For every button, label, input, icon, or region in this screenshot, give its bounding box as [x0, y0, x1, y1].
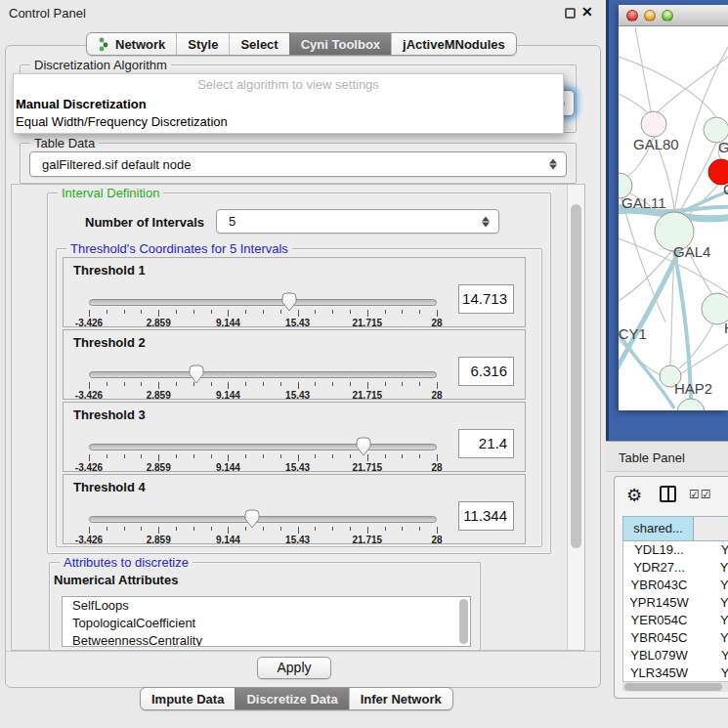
attribute-item[interactable]: SelfLoops — [63, 597, 470, 615]
close-icon[interactable]: ✕ — [581, 4, 593, 20]
mac-close-button[interactable] — [626, 10, 638, 21]
combo-stepper-icon — [482, 216, 490, 227]
minor-tick — [245, 382, 246, 386]
tick-label: 2.859 — [147, 390, 171, 401]
algorithm-option-manual[interactable]: Manual Discretization — [14, 96, 563, 113]
vertical-scrollbar[interactable] — [567, 185, 584, 650]
table-row[interactable]: YBL079WYBL0 — [623, 647, 728, 664]
threshold-value-field[interactable]: 14.713 — [458, 284, 514, 314]
major-tick — [228, 310, 229, 317]
column-header-name[interactable]: na — [694, 517, 728, 540]
major-tick — [228, 382, 229, 389]
vertical-scrollbar-thumb[interactable] — [571, 204, 581, 548]
threshold-slider[interactable]: -3.4262.8599.14415.4321.71528 — [89, 258, 437, 328]
major-tick — [158, 310, 159, 317]
minor-tick — [419, 454, 420, 458]
control-panel: Control Panel ✕ NetworkStyleSelectCyni T… — [0, 0, 606, 728]
slider-ticks — [89, 454, 437, 462]
gear-icon[interactable]: ⚙ — [626, 485, 642, 506]
tab-style[interactable]: Style — [176, 33, 229, 55]
numerical-attributes-list[interactable]: SelfLoopsTopologicalCoefficientBetweenne… — [62, 596, 471, 647]
node-label: HAP2 — [674, 380, 712, 397]
slider-handle[interactable] — [189, 364, 204, 384]
table-panel-body: ⚙ ☑☑ shared... na YDL19...YDL1YDR27...YD… — [614, 476, 728, 699]
network-window-titlebar[interactable] — [619, 5, 728, 26]
select-columns-icon[interactable]: ☑☑ — [689, 488, 712, 501]
threshold-slider[interactable]: -3.4262.8599.14415.4321.71528 — [89, 330, 437, 401]
attributes-scrollbar-thumb[interactable] — [459, 599, 468, 644]
slider-track[interactable] — [89, 371, 437, 378]
threshold-slider[interactable]: -3.4262.8599.14415.4321.71528 — [89, 475, 437, 545]
table-row[interactable]: YDR27...YDR2 — [623, 559, 728, 577]
major-tick — [89, 454, 90, 461]
table-row[interactable]: YDL19...YDL1 — [623, 541, 728, 559]
minor-tick — [124, 382, 125, 386]
table-row[interactable]: YBR045CYBR0 — [623, 629, 728, 647]
major-tick — [298, 382, 299, 389]
threshold-panel: Threshold 4 -3.4262.8599.14415.4321.7152… — [63, 474, 526, 544]
major-tick — [298, 454, 299, 461]
minor-tick — [402, 527, 403, 531]
table-data-combo-value: galFiltered.sif default node — [42, 157, 191, 172]
table-row[interactable]: YLR345WYLR3 — [623, 664, 728, 682]
tab-discretize-data[interactable]: Discretize Data — [235, 688, 348, 709]
minor-tick — [211, 454, 212, 458]
minor-tick — [385, 527, 386, 531]
column-header-shared-name[interactable]: shared... — [623, 517, 694, 540]
tab-impute-data[interactable]: Impute Data — [141, 688, 235, 709]
tab-select[interactable]: Select — [229, 33, 288, 55]
table-header-row: shared... na — [622, 516, 728, 541]
tick-label: 15.43 — [285, 318, 310, 328]
minor-tick — [315, 382, 316, 386]
network-canvas[interactable]: GAL80 GA C GAL11 GAL4 GCY1 H HAP2 — [619, 27, 728, 410]
minor-tick — [193, 527, 194, 531]
threshold-value-field[interactable]: 6.316 — [458, 357, 514, 386]
major-tick — [437, 382, 438, 389]
threshold-slider[interactable]: -3.4262.8599.14415.4321.71528 — [89, 403, 437, 473]
float-window-icon[interactable] — [565, 8, 576, 19]
tab-jactivemnodules[interactable]: jActiveMNodules — [391, 33, 516, 55]
slider-handle[interactable] — [244, 509, 260, 529]
horizontal-scrollbar-thumb[interactable] — [624, 683, 722, 691]
algorithm-option-equal-width[interactable]: Equal Width/Frequency Discretization — [14, 113, 563, 131]
minor-tick — [176, 382, 177, 386]
table-row[interactable]: YER054CYER0 — [623, 612, 728, 629]
tab-network[interactable]: Network — [87, 33, 176, 55]
table-cell: YER054C — [623, 612, 695, 629]
number-of-intervals-combo[interactable]: 5 — [216, 209, 499, 234]
mac-minimize-button[interactable] — [644, 10, 656, 21]
tab-infer-network[interactable]: Infer Network — [349, 688, 452, 709]
panel-title: Control Panel — [9, 6, 86, 21]
slider-track[interactable] — [89, 444, 437, 450]
slider-handle[interactable] — [356, 437, 371, 456]
table-cell: YBR0 — [695, 577, 728, 594]
table-panel-header: Table Panel — [606, 441, 728, 472]
minor-tick — [350, 454, 351, 458]
mac-zoom-button[interactable] — [662, 10, 673, 21]
table-row[interactable]: YPR145WYPR1 — [623, 594, 728, 612]
tab-label: Style — [188, 37, 218, 52]
minor-tick — [402, 310, 403, 314]
column-layout-icon[interactable] — [660, 486, 676, 502]
slider-track[interactable] — [89, 299, 437, 306]
attribute-item[interactable]: TopologicalCoefficient — [63, 615, 470, 632]
slider-track[interactable] — [89, 516, 437, 523]
horizontal-scrollbar[interactable] — [622, 681, 728, 692]
minor-tick — [385, 382, 386, 386]
tab-cyni-toolbox[interactable]: Cyni Toolbox — [289, 33, 391, 55]
tick-label: 28 — [431, 318, 442, 328]
minor-tick — [350, 310, 351, 314]
apply-button[interactable]: Apply — [257, 657, 331, 679]
table-data-combo[interactable]: galFiltered.sif default node — [29, 151, 567, 177]
threshold-value-field[interactable]: 11.344 — [458, 501, 514, 531]
threshold-value-field[interactable]: 21.4 — [458, 429, 514, 458]
node-label: GCY1 — [619, 325, 647, 342]
minor-tick — [350, 527, 351, 531]
table-cell: YDR2 — [695, 559, 728, 577]
group-attributes: Attributes to discretize Numerical Attri… — [49, 562, 481, 650]
major-tick — [437, 454, 438, 461]
table-row[interactable]: YBR043CYBR0 — [623, 577, 728, 594]
attribute-item[interactable]: BetweennessCentrality — [63, 632, 470, 647]
slider-handle[interactable] — [281, 292, 297, 312]
tick-label: 9.144 — [216, 462, 240, 473]
